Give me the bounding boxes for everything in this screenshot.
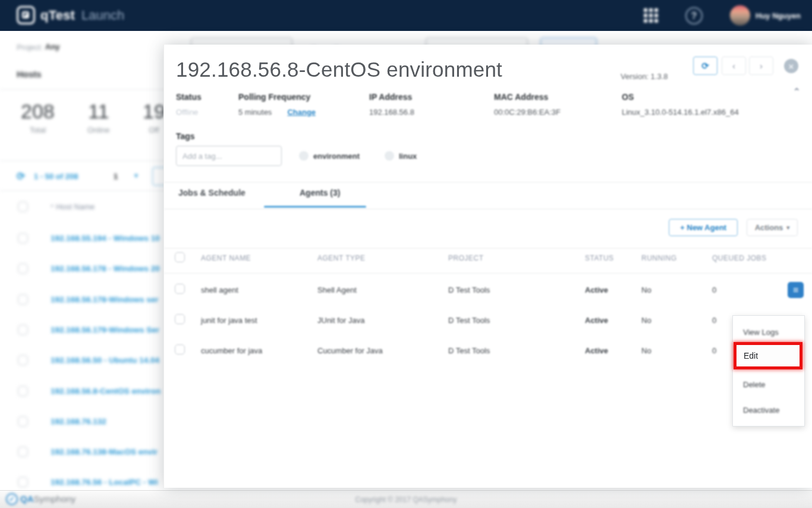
menu-item-edit-highlighted[interactable]: Edit (734, 342, 802, 369)
col-status: STATUS (585, 254, 614, 262)
agent-row-junit: junit for java test JUnit for Java D Tes… (164, 309, 812, 334)
col-agent-name: AGENT NAME (201, 254, 251, 262)
agents-select-all-checkbox[interactable] (175, 252, 185, 262)
row-menu-button[interactable]: ≡ (788, 282, 804, 298)
row-checkbox[interactable] (18, 477, 28, 487)
help-icon[interactable]: ? (685, 7, 703, 24)
row-checkbox[interactable] (175, 314, 185, 324)
next-host-button[interactable]: › (749, 57, 773, 75)
host-row: 192.168.56.8-CentOS environ (18, 386, 160, 396)
status-badge: Active (585, 316, 608, 325)
tag-linux: linux (385, 151, 417, 161)
tag-remove-icon[interactable] (385, 151, 394, 161)
caret-down-icon: ▾ (786, 224, 789, 231)
new-agent-button[interactable]: + New Agent (669, 219, 738, 236)
brand-qtest: qTest (40, 8, 75, 23)
host-row: 192.168.76.132 (18, 416, 106, 427)
tab-jobs-schedule[interactable]: Jobs & Schedule (178, 188, 246, 197)
copyright-text: Copyright © 2017 QASymphony (0, 496, 812, 504)
row-checkbox[interactable] (18, 233, 28, 243)
active-tab-underline (264, 206, 366, 208)
qtest-logo-icon (17, 6, 35, 24)
row-checkbox[interactable] (18, 264, 28, 274)
row-checkbox[interactable] (175, 344, 185, 355)
user-name: Huy Nguyen (756, 11, 801, 20)
next-arrow-icon: › (760, 61, 763, 71)
tag-remove-icon[interactable] (299, 151, 309, 161)
row-checkbox[interactable] (18, 416, 28, 427)
host-link[interactable]: 192.168.76.132 (51, 417, 106, 426)
tags-label: Tags (176, 131, 195, 141)
sort-caret-icon: ^ (51, 203, 53, 211)
tag-environment: environment (299, 151, 360, 161)
modal-title: 192.168.56.8-CentOS environment (176, 58, 502, 81)
actions-button[interactable]: Actions▾ (747, 219, 798, 236)
pagination-range: 1 - 50 of 208 (34, 172, 78, 181)
stat-offline: 19 Off (143, 100, 165, 134)
refresh-icon[interactable]: ⟳ (17, 170, 25, 183)
host-name-column-header[interactable]: ^Host Name (51, 202, 95, 211)
refresh-button[interactable]: ⟳ (693, 57, 717, 75)
host-row: 192.168.56.50 - Ubuntu 14.04 (18, 355, 159, 365)
avatar[interactable] (730, 5, 750, 26)
host-link[interactable]: 192.168.56.178 - Windows 20 (51, 264, 160, 273)
host-link[interactable]: 192.168.55.194 - Windows 10 (51, 234, 160, 243)
col-project: PROJECT (448, 254, 484, 262)
change-link[interactable]: Change (287, 108, 316, 117)
host-link[interactable]: 192.168.56.179-Windows Ser (51, 325, 159, 334)
refresh-icon: ⟳ (701, 61, 709, 71)
top-nav-bar: qTest Launch ? Huy Nguyen (0, 0, 812, 31)
row-checkbox[interactable] (18, 325, 28, 335)
menu-item-deactivate[interactable]: Deactivate (733, 400, 804, 420)
menu-item-view-logs[interactable]: View Logs (733, 322, 804, 342)
agent-row-cucumber: cucumber for java Cucumber for Java D Te… (164, 339, 812, 364)
detail-ip: IP Address 192.168.56.8 (369, 92, 414, 117)
stat-total: 208 Total (21, 100, 55, 134)
host-row: 192.168.55.194 - Windows 10 (18, 233, 160, 243)
add-tag-input[interactable] (176, 146, 282, 166)
prev-host-button[interactable]: ‹ (722, 57, 746, 75)
col-queued-jobs: QUEUED JOBS (712, 254, 767, 262)
host-link[interactable]: 192.168.76.138-MacOS envir (51, 447, 158, 456)
menu-item-delete[interactable]: Delete (733, 374, 804, 394)
status-badge: Active (585, 346, 608, 355)
host-link[interactable]: 192.168.76.56 - LocalPC - Wi (51, 478, 158, 487)
stat-online: 11 Online (87, 100, 110, 134)
host-link[interactable]: 192.168.56.178-Windows ser (51, 295, 158, 304)
host-row: 192.168.56.178 - Windows 20 (18, 264, 160, 274)
screen: qTest Launch ? Huy Nguyen Project: Any H… (0, 0, 812, 508)
close-icon: × (789, 61, 794, 71)
hamburger-menu-icon: ≡ (793, 285, 798, 296)
status-value: Offline (176, 108, 202, 117)
select-all-checkbox[interactable] (18, 202, 28, 212)
app-grid-icon[interactable] (644, 8, 660, 23)
host-row: 192.168.56.179-Windows Ser (18, 325, 159, 335)
collapse-chevron-icon[interactable]: ⌃ (793, 86, 801, 97)
detail-mac: MAC Address 00:0C:29:B6:EA:3F (494, 92, 561, 117)
host-row: 192.168.76.56 - LocalPC - Wi (18, 477, 158, 487)
row-checkbox[interactable] (18, 447, 28, 457)
detail-os: OS Linux_3.10.0-514.16.1.el7.x86_64 (622, 92, 739, 117)
page-number[interactable]: 1 (114, 172, 118, 181)
host-link[interactable]: 192.168.56.50 - Ubuntu 14.04 (51, 356, 159, 365)
project-label: Project: (17, 43, 43, 52)
row-context-menu: View Logs Edit Delete Deactivate (732, 315, 805, 427)
row-checkbox[interactable] (18, 294, 28, 305)
close-button[interactable]: × (784, 59, 798, 73)
agent-row-shell: shell agent Shell Agent D Test Tools Act… (164, 278, 812, 303)
page-caret-icon[interactable]: ▾ (134, 171, 138, 180)
version-text: Version: 1.3.8 (621, 72, 668, 81)
host-link[interactable]: 192.168.56.8-CentOS environ (51, 387, 160, 396)
tab-agents[interactable]: Agents (3) (300, 188, 340, 197)
row-checkbox[interactable] (18, 386, 28, 396)
detail-status: Status Offline (176, 92, 202, 117)
qtest-launch-logo[interactable]: qTest Launch (17, 6, 124, 24)
status-badge: Active (585, 286, 608, 294)
host-row: 192.168.56.178-Windows ser (18, 294, 158, 305)
col-running: RUNNING (641, 254, 677, 262)
row-checkbox[interactable] (18, 355, 28, 365)
footer: ✓ QASymphony Copyright © 2017 QASymphony (0, 490, 812, 508)
project-value[interactable]: Any (45, 42, 60, 51)
host-detail-modal: 192.168.56.8-CentOS environment Version:… (163, 45, 812, 488)
row-checkbox[interactable] (175, 284, 185, 294)
